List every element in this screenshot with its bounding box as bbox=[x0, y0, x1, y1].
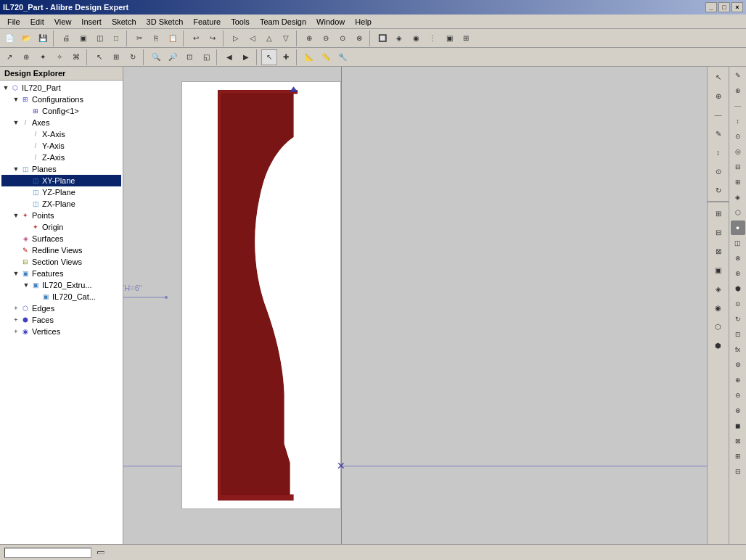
tree-expand-planes[interactable]: ▼ bbox=[12, 165, 20, 173]
tree-item-xy-plane[interactable]: ◫XY-Plane bbox=[1, 175, 121, 186]
rt-b3[interactable]: ✎ bbox=[710, 125, 727, 142]
frt-a2[interactable]: ⊕ bbox=[731, 83, 745, 98]
frt-a7[interactable]: ⊟ bbox=[731, 160, 745, 174]
frt-c1[interactable]: ⊙ bbox=[731, 297, 745, 311]
frt-d6[interactable]: ⊟ bbox=[731, 464, 745, 479]
tb2-a1[interactable]: ↗ bbox=[1, 49, 17, 65]
frt-a9[interactable]: ◈ bbox=[731, 190, 745, 205]
tb-b2[interactable]: ⊖ bbox=[318, 30, 334, 46]
copy-btn[interactable]: ⎘ bbox=[148, 30, 164, 46]
tree-expand-vertices[interactable]: + bbox=[12, 328, 20, 335]
tree-item-x-axis[interactable]: /X-Axis bbox=[1, 128, 121, 140]
rt-c7[interactable]: ⬡ bbox=[710, 318, 727, 335]
tb-btn2[interactable]: ▣ bbox=[75, 30, 91, 46]
rt-c2[interactable]: ⊟ bbox=[710, 223, 727, 241]
frt-a1[interactable]: ✎ bbox=[731, 68, 745, 83]
rt-b5[interactable]: ⊙ bbox=[710, 162, 727, 180]
tb2-b3[interactable]: ↻ bbox=[125, 49, 141, 65]
tb-r2[interactable]: ↪ bbox=[205, 30, 221, 46]
tree-item-configurations[interactable]: ▼⊞Configurations bbox=[1, 94, 121, 105]
menu-file[interactable]: File bbox=[3, 16, 25, 28]
tree-expand-features[interactable]: ▼ bbox=[12, 270, 20, 277]
tb-a4[interactable]: ▽ bbox=[278, 30, 294, 46]
save-btn[interactable]: 💾 bbox=[35, 30, 51, 46]
frt-a8[interactable]: ⊞ bbox=[731, 175, 745, 189]
frt-d5[interactable]: ⊞ bbox=[731, 449, 745, 464]
frt-a4[interactable]: ↕ bbox=[731, 114, 745, 128]
frt-c4[interactable]: fx bbox=[731, 342, 745, 357]
tree-item-redline-views[interactable]: ✎Redline Views bbox=[1, 244, 121, 256]
restore-btn[interactable]: □ bbox=[718, 2, 730, 12]
rt-select[interactable]: ↖ bbox=[710, 68, 727, 86]
frt-c2[interactable]: ↻ bbox=[731, 312, 745, 326]
tree-item-il720-extrude[interactable]: ▼▣IL720_Extru... bbox=[1, 279, 121, 291]
tree-item-il720-catalog[interactable]: ▣IL720_Cat... bbox=[1, 291, 121, 302]
rt-c5[interactable]: ◈ bbox=[710, 280, 727, 297]
frt-d2[interactable]: ⊗ bbox=[731, 403, 745, 418]
rt-b2[interactable]: — bbox=[710, 106, 727, 123]
title-bar-controls[interactable]: _ □ × bbox=[705, 2, 743, 12]
frt-d4[interactable]: ⊠ bbox=[731, 434, 745, 448]
tb2-nav2[interactable]: ▶ bbox=[238, 49, 254, 65]
zoom-in[interactable]: 🔍 bbox=[148, 49, 164, 65]
tree-item-y-axis[interactable]: /Y-Axis bbox=[1, 140, 121, 152]
frt-c6[interactable]: ⊕ bbox=[731, 373, 745, 387]
tree-expand-il720-extrude[interactable]: ▼ bbox=[22, 281, 30, 289]
tree-item-z-axis[interactable]: /Z-Axis bbox=[1, 152, 121, 163]
tree-item-points[interactable]: ▼✦Points bbox=[1, 210, 121, 221]
rt-b4[interactable]: ↕ bbox=[710, 144, 727, 161]
menu-3dsketch[interactable]: 3D Sketch bbox=[142, 16, 188, 28]
tb-c1[interactable]: 🔲 bbox=[374, 30, 390, 46]
menu-help[interactable]: Help bbox=[351, 16, 376, 28]
minimize-btn[interactable]: _ bbox=[705, 2, 717, 12]
tree-item-zx-plane[interactable]: ◫ZX-Plane bbox=[1, 198, 121, 210]
tb-btn4[interactable]: □ bbox=[108, 30, 124, 46]
tree-item-origin[interactable]: ✦Origin bbox=[1, 221, 121, 233]
rt-c1[interactable]: ⊞ bbox=[710, 205, 727, 222]
rt-c4[interactable]: ▣ bbox=[710, 261, 727, 279]
menu-feature[interactable]: Feature bbox=[189, 16, 225, 28]
tb-btn3[interactable]: ◫ bbox=[91, 30, 107, 46]
tree-expand-configurations[interactable]: ▼ bbox=[12, 96, 20, 103]
tb-b4[interactable]: ⊗ bbox=[351, 30, 367, 46]
tree-expand-points[interactable]: ▼ bbox=[12, 212, 20, 219]
menu-tools[interactable]: Tools bbox=[226, 16, 254, 28]
tb2-a4[interactable]: ✧ bbox=[52, 49, 67, 65]
tb2-a3[interactable]: ✦ bbox=[35, 49, 51, 65]
tree-expand-faces[interactable]: + bbox=[12, 316, 20, 324]
menu-window[interactable]: Window bbox=[312, 16, 349, 28]
menu-insert[interactable]: Insert bbox=[77, 16, 106, 28]
tree-expand-axes[interactable]: ▼ bbox=[12, 119, 20, 126]
tb-a1[interactable]: ▷ bbox=[228, 30, 244, 46]
frt-b4[interactable]: ⊗ bbox=[731, 251, 745, 265]
rt-b1[interactable]: ⊕ bbox=[710, 87, 727, 104]
tree-expand-edges[interactable]: + bbox=[12, 305, 20, 312]
cut-btn[interactable]: ✂ bbox=[131, 30, 147, 46]
frt-a3[interactable]: — bbox=[731, 99, 745, 113]
tree-item-vertices[interactable]: +◉Vertices bbox=[1, 326, 121, 337]
tb-b1[interactable]: ⊕ bbox=[301, 30, 317, 46]
frt-b6[interactable]: ⬢ bbox=[731, 281, 745, 296]
frt-c3[interactable]: ⊡ bbox=[731, 327, 745, 342]
rt-c3[interactable]: ⊠ bbox=[710, 242, 727, 260]
menu-teamdesign[interactable]: Team Design bbox=[255, 16, 311, 28]
tb2-d2[interactable]: 📏 bbox=[318, 49, 334, 65]
tree-item-planes[interactable]: ▼◫Planes bbox=[1, 163, 121, 175]
tb2-cursor[interactable]: ↖ bbox=[91, 49, 107, 65]
tb-c3[interactable]: ◉ bbox=[408, 30, 424, 46]
zoom-fit[interactable]: ⊡ bbox=[181, 49, 197, 65]
tree-item-config1[interactable]: ⊞Config<1> bbox=[1, 105, 121, 117]
tree-item-axes[interactable]: ▼/Axes bbox=[1, 117, 121, 128]
close-btn[interactable]: × bbox=[731, 2, 743, 12]
tree-item-il720-part[interactable]: ▼⬡IL720_Part bbox=[1, 82, 121, 94]
frt-b2[interactable]: ● bbox=[731, 221, 745, 235]
tb-a3[interactable]: △ bbox=[261, 30, 277, 46]
frt-d3[interactable]: ◼ bbox=[731, 419, 745, 433]
tb2-a5[interactable]: ⌘ bbox=[68, 49, 84, 65]
tb2-nav1[interactable]: ◀ bbox=[221, 49, 237, 65]
tb2-c2[interactable]: ✚ bbox=[278, 49, 294, 65]
tb-c6[interactable]: ⊞ bbox=[458, 30, 474, 46]
tree-item-section-views[interactable]: ⊟Section Views bbox=[1, 256, 121, 268]
menu-edit[interactable]: Edit bbox=[26, 16, 49, 28]
tb-c2[interactable]: ◈ bbox=[391, 30, 407, 46]
